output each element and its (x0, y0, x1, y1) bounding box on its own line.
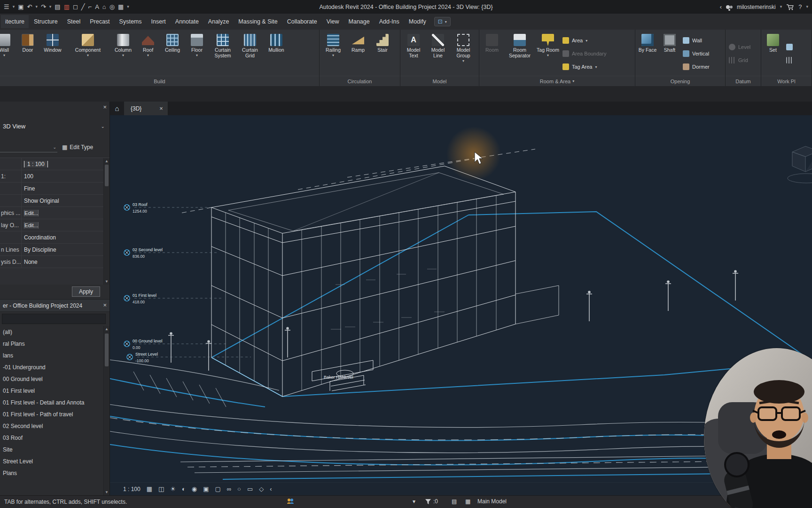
temporary-hide-icon[interactable]: ∞ (227, 485, 231, 492)
view-type-row[interactable]: 3D View ⌄ (0, 115, 109, 137)
browser-scroll-thumb[interactable] (105, 333, 109, 366)
help-icon[interactable]: ? (798, 4, 802, 10)
tool-grid[interactable]: Grid (729, 55, 750, 66)
tool-wall-opening[interactable]: Wall (683, 35, 710, 46)
visibility-graphics-edit-button[interactable]: Edit... (24, 210, 39, 216)
browser-scrollbar[interactable]: ▲ ▼ (103, 326, 109, 495)
worksharing-indicator[interactable] (287, 498, 294, 504)
tool-wall[interactable]: Wall▾ (0, 32, 16, 76)
tree-item-ground-level[interactable]: 00 Ground level (0, 373, 109, 385)
chevron-left-icon[interactable]: ‹ (720, 4, 722, 10)
project-browser-header[interactable]: er - Office Building Project 2024 × (0, 300, 109, 312)
tool-model-group[interactable]: Model Group▾ (451, 32, 476, 76)
visual-style-icon[interactable]: ◫ (158, 485, 164, 492)
detail-level-icon[interactable]: ▦ (147, 485, 152, 492)
tool-floor[interactable]: Floor▾ (186, 32, 208, 76)
tool-level[interactable]: Level (729, 41, 750, 53)
tool-area-boundary[interactable]: Area Boundary (562, 48, 606, 59)
sync-icon[interactable]: ◎ (109, 4, 115, 10)
panel-label-circulation[interactable]: Circulation (320, 76, 400, 86)
properties-scroll-thumb[interactable] (105, 165, 109, 186)
apply-button[interactable]: Apply (72, 286, 100, 297)
expand-arrow-icon[interactable]: ‹ (270, 485, 272, 492)
tree-item-roof[interactable]: 03 Roof (0, 432, 109, 444)
level-marker-street[interactable]: Street Level -100.00 (127, 352, 251, 363)
tool-railing[interactable]: Railing▾ (321, 32, 345, 76)
tab-collaborate[interactable]: Collaborate (283, 15, 321, 28)
tool-ceiling[interactable]: Ceiling (160, 32, 185, 76)
tool-ramp[interactable]: Ramp (346, 32, 370, 76)
displacement-icon[interactable]: ◇ (259, 485, 264, 492)
panel-label-model[interactable]: Model (400, 76, 479, 86)
red-badge-icon[interactable]: ▥ (64, 4, 70, 10)
help-caret-icon[interactable]: ▾ (806, 5, 808, 9)
prop-row-discipline[interactable]: Coordination (0, 231, 109, 244)
prop-row-parts-visibility[interactable]: Show Original (0, 195, 109, 207)
active-design-option[interactable]: Main Model (477, 498, 507, 505)
home-icon[interactable]: ⌂ (110, 104, 124, 112)
prop-row-analysis-display[interactable]: ysis D... None (0, 256, 109, 268)
show-crop-icon[interactable]: ▢ (215, 485, 220, 492)
tool-set-work-plane[interactable]: Set (763, 32, 783, 76)
tree-item-first-level-detail[interactable]: 01 First level - Detail and Annota (0, 397, 109, 408)
tab-addins[interactable]: Add-Ins (375, 15, 404, 28)
properties-scrollbar[interactable]: ▲ ▼ (103, 158, 109, 285)
tool-column[interactable]: Column▾ (110, 32, 136, 76)
building-wireframe[interactable]: Baker Hishlevel (180, 149, 559, 397)
properties-scroll-up-icon[interactable]: ▲ (104, 158, 109, 164)
tab-annotate[interactable]: Annotate (171, 15, 203, 28)
properties-scroll-down-icon[interactable]: ▼ (104, 278, 109, 285)
tab-analyze[interactable]: Analyze (204, 15, 233, 28)
tab-insert[interactable]: Insert (147, 15, 170, 28)
tool-room-separator[interactable]: Room Separator (504, 32, 535, 76)
properties-close-icon[interactable]: × (103, 104, 107, 110)
tree-item-views-all[interactable]: (all) (0, 326, 109, 338)
edit-type-button[interactable]: ▦ Edit Type (62, 144, 93, 151)
app-menu-icon[interactable]: ☰ (4, 4, 9, 10)
view-tab-close-icon[interactable]: × (159, 105, 163, 111)
tree-item-street-level[interactable]: Street Level (0, 455, 109, 467)
tool-door[interactable]: Door (16, 32, 39, 76)
tab-view[interactable]: View (322, 15, 344, 28)
tool-area[interactable]: Area ▾ (562, 35, 606, 46)
tab-precast[interactable]: Precast (86, 15, 114, 28)
tool-mullion[interactable]: Mullion (264, 32, 289, 76)
prop-row-show-hidden-lines[interactable]: n Lines By Discipline (0, 244, 109, 256)
tool-by-face[interactable]: By Face (637, 32, 658, 76)
signed-in-user[interactable]: milostemerinski (737, 4, 776, 10)
browser-scroll-up-icon[interactable]: ▲ (104, 326, 109, 332)
qat-caret-icon[interactable]: ▾ (127, 5, 129, 9)
browser-scroll-down-icon[interactable]: ▼ (104, 489, 109, 495)
tree-item-floor-plans[interactable]: lans (0, 349, 109, 361)
view-scale-value[interactable]: 1 : 100 (24, 161, 48, 167)
reveal-hidden-icon[interactable]: ○ (237, 485, 241, 492)
tree-item-ceiling-plans[interactable]: Plans (0, 467, 109, 479)
dimension-icon[interactable]: ⌐ (88, 4, 92, 10)
save-icon[interactable]: ▣ (18, 4, 23, 10)
app-menu-caret-icon[interactable]: ▾ (13, 5, 15, 9)
rendering-icon[interactable]: ◉ (192, 485, 197, 492)
show-work-plane-cut[interactable] (786, 41, 793, 53)
panel-label-room-area[interactable]: Room & Area ▾ (479, 76, 635, 86)
panel-label-datum[interactable]: Datum (726, 76, 761, 86)
prop-row-scale-value[interactable]: 1: 100 (0, 170, 109, 183)
tool-tag-area[interactable]: Tag Area ▾ (562, 61, 606, 72)
level-marker-first[interactable]: 01 First level 418.00 (124, 293, 223, 304)
prop-row-view-scale[interactable]: 1 : 100 (0, 158, 109, 170)
panel-label-build[interactable]: Build (0, 76, 319, 86)
redo-icon[interactable]: ↷ (41, 4, 46, 10)
temporary-view-properties-icon[interactable]: ▭ (247, 485, 253, 492)
crop-region-icon[interactable]: ▣ (203, 485, 209, 492)
tool-tag-room[interactable]: Tag Room▾ (536, 32, 560, 76)
editable-only-icon[interactable]: ▤ (452, 498, 457, 505)
section-icon[interactable]: ◻ (73, 4, 78, 10)
modify-options-box[interactable]: ⊡ ▾ (434, 17, 451, 26)
tab-steel[interactable]: Steel (63, 15, 85, 28)
graphic-display-edit-button[interactable]: Edit... (24, 222, 39, 229)
text-tool-icon[interactable]: A (95, 4, 99, 10)
tool-model-text[interactable]: A Model Text (402, 32, 425, 76)
selection-filter[interactable]: :0 (425, 498, 438, 505)
undo-icon[interactable]: ↶ (27, 4, 32, 10)
tool-dormer[interactable]: Dormer (683, 61, 710, 72)
tool-model-line[interactable]: Model Line (426, 32, 450, 76)
